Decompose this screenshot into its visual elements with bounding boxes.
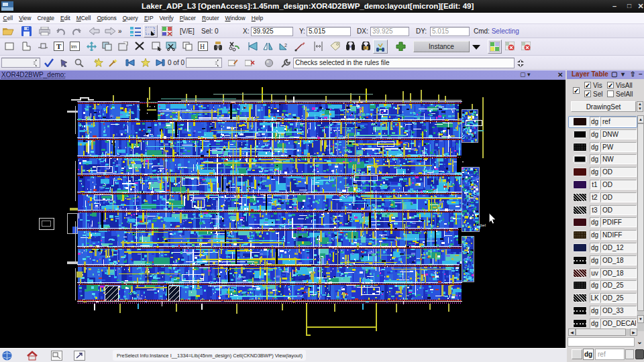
svg-text:im: im — [71, 44, 77, 50]
svg-text:H: H — [200, 43, 205, 50]
svg-text:F: F — [364, 46, 366, 50]
svg-text:6.3: 6.3 — [85, 115, 91, 119]
svg-text:bel: bel — [480, 223, 486, 227]
svg-text:2: 2 — [284, 43, 287, 48]
svg-text:T: T — [56, 42, 62, 50]
svg-text:pel3: pel3 — [469, 196, 477, 200]
